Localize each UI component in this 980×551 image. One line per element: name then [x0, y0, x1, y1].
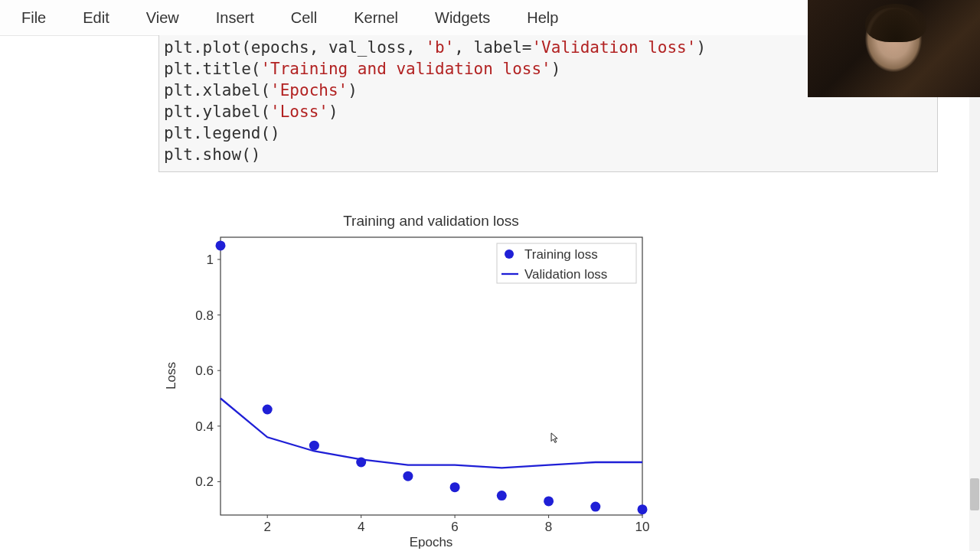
svg-point-26: [450, 482, 460, 492]
code-line: plt.legend(): [164, 122, 933, 144]
chart-legend: Training loss Validation loss: [497, 243, 636, 283]
svg-text:0.2: 0.2: [195, 474, 214, 489]
svg-text:10: 10: [635, 520, 650, 534]
svg-point-30: [638, 504, 648, 514]
menu-cell[interactable]: Cell: [291, 9, 317, 27]
code-line: plt.ylabel('Loss'): [164, 101, 933, 122]
menu-insert[interactable]: Insert: [216, 9, 254, 27]
chart-training-validation-loss: Training and validation loss Loss Epochs…: [158, 204, 679, 551]
svg-point-27: [497, 491, 507, 500]
svg-text:1: 1: [207, 253, 214, 267]
svg-text:Training loss: Training loss: [524, 247, 598, 262]
svg-text:8: 8: [545, 520, 552, 534]
chart-xlabel: Epochs: [410, 535, 453, 549]
svg-point-28: [544, 496, 554, 506]
svg-text:Validation loss: Validation loss: [524, 267, 607, 282]
svg-text:0.6: 0.6: [195, 364, 214, 378]
svg-text:4: 4: [358, 520, 364, 534]
svg-point-23: [309, 441, 319, 451]
webcam-overlay: [808, 0, 980, 97]
chart-series-validation-line: [220, 399, 642, 468]
code-line: plt.show(): [164, 144, 933, 165]
chart-ylabel: Loss: [164, 362, 178, 390]
svg-point-21: [216, 240, 226, 250]
svg-point-29: [590, 502, 600, 512]
menu-view[interactable]: View: [146, 9, 179, 27]
menu-help[interactable]: Help: [527, 9, 558, 27]
chart-yticks: 0.2 0.4 0.6 0.8 1: [195, 253, 220, 489]
chart-xticks: 2 4 6 8 10: [263, 515, 649, 534]
svg-text:0.4: 0.4: [195, 419, 214, 434]
menu-file[interactable]: File: [21, 9, 46, 27]
chart-title: Training and validation loss: [343, 213, 519, 229]
svg-point-22: [263, 405, 273, 415]
menu-edit[interactable]: Edit: [83, 9, 109, 27]
notebook-content: plt.plot(epochs, val_loss, 'b', label='V…: [0, 35, 980, 551]
menu-kernel[interactable]: Kernel: [354, 9, 398, 27]
svg-point-24: [356, 458, 366, 468]
svg-text:6: 6: [451, 520, 458, 534]
svg-text:0.8: 0.8: [195, 308, 214, 323]
svg-point-32: [505, 249, 514, 259]
svg-text:2: 2: [263, 520, 270, 534]
menu-widgets[interactable]: Widgets: [435, 9, 490, 27]
svg-point-25: [403, 471, 413, 481]
